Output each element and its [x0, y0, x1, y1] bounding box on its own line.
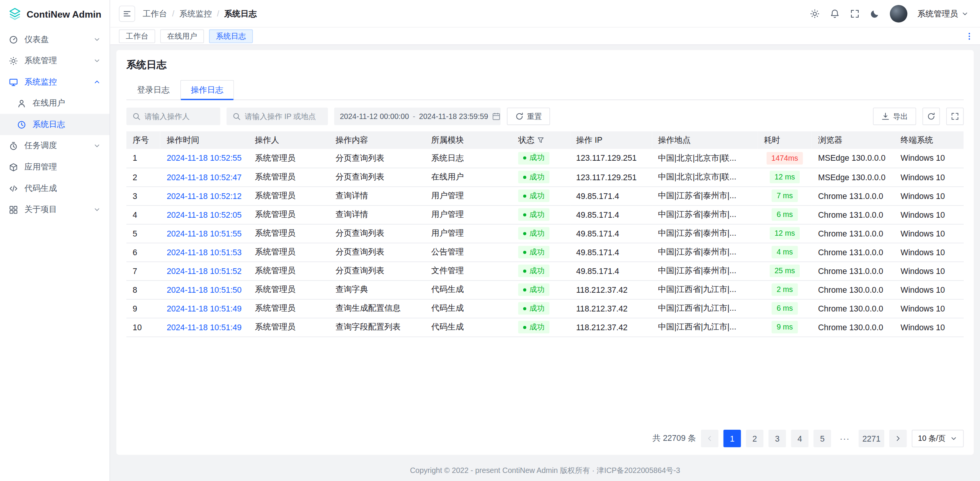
tab-system-log[interactable]: 系统日志 — [209, 29, 253, 43]
sidebar-item-code-generation[interactable]: 代码生成 — [0, 178, 109, 199]
cell-status: 成功 — [512, 299, 570, 318]
cell-module: 系统日志 — [425, 149, 512, 168]
log-time-link[interactable]: 2024-11-18 10:51:49 — [167, 323, 242, 332]
date-separator: - — [413, 112, 415, 121]
cell-duration: 4 ms — [758, 243, 812, 261]
page-button-4[interactable]: 4 — [791, 430, 808, 447]
log-time-link[interactable]: 2024-11-18 10:51:55 — [167, 228, 242, 238]
refresh-table-button[interactable] — [923, 108, 940, 125]
log-time-link[interactable]: 2024-11-18 10:51:53 — [167, 248, 242, 257]
settings-icon[interactable] — [810, 8, 820, 18]
cell-time: 2024-11-18 10:52:47 — [160, 168, 248, 186]
page-button-2[interactable]: 2 — [746, 430, 764, 447]
table-row: 6 2024-11-18 10:51:53 系统管理员 分页查询列表 公告管理 … — [126, 243, 964, 261]
cell-time: 2024-11-18 10:51:49 — [160, 318, 248, 336]
avatar[interactable] — [890, 5, 908, 22]
log-time-link[interactable]: 2024-11-18 10:52:55 — [167, 153, 242, 163]
tab-login-log[interactable]: 登录日志 — [126, 80, 180, 100]
ip-search-input[interactable] — [245, 112, 322, 121]
chevron-down-icon — [93, 36, 101, 43]
next-page-button[interactable] — [889, 430, 907, 447]
sidebar-item-app-management[interactable]: 应用管理 — [0, 157, 109, 178]
cell-time: 2024-11-18 10:52:05 — [160, 205, 248, 224]
cell-location: 中国|江苏省|泰州市|... — [652, 261, 758, 280]
tab-actions-icon[interactable] — [965, 32, 974, 41]
breadcrumb: 工作台 / 系统监控 / 系统日志 — [143, 8, 257, 19]
sidebar-item-online-users[interactable]: 在线用户 — [0, 93, 109, 114]
cell-browser: Chrome 131.0.0.0 — [812, 224, 895, 243]
user-menu[interactable]: 系统管理员 — [917, 8, 969, 19]
cell-content: 分页查询列表 — [329, 149, 425, 168]
cell-index: 10 — [126, 318, 160, 336]
breadcrumb-separator: / — [172, 9, 175, 18]
log-time-link[interactable]: 2024-11-18 10:52:12 — [167, 191, 242, 201]
sidebar-item-system-log[interactable]: 系统日志 — [0, 114, 109, 135]
cell-ip: 49.85.171.4 — [570, 186, 652, 205]
sidebar-collapse-button[interactable] — [119, 5, 136, 22]
calendar-icon — [492, 112, 501, 121]
cell-os: Windows 10 — [894, 149, 964, 168]
sidebar-item-system-management[interactable]: 系统管理 — [0, 50, 109, 72]
cell-status: 成功 — [512, 261, 570, 280]
sidebar-item-dashboard[interactable]: 仪表盘 — [0, 29, 109, 50]
status-dot-icon — [523, 176, 526, 179]
fullscreen-icon[interactable] — [850, 8, 860, 18]
tab-online-users[interactable]: 在线用户 — [160, 29, 204, 43]
log-time-link[interactable]: 2024-11-18 10:51:49 — [167, 304, 242, 313]
status-dot-icon — [523, 307, 526, 310]
app-logo[interactable]: ContiNew Admin — [0, 0, 109, 28]
sidebar-item-about[interactable]: 关于项目 — [0, 199, 109, 220]
breadcrumb-item[interactable]: 系统监控 — [180, 8, 212, 19]
date-range-picker[interactable]: 2024-11-12 00:00:00 - 2024-11-18 23:59:5… — [334, 108, 501, 125]
col-header-browser: 浏览器 — [812, 131, 895, 149]
download-icon — [881, 112, 890, 121]
sidebar-item-system-monitor[interactable]: 系统监控 — [0, 71, 109, 93]
cell-os: Windows 10 — [894, 318, 964, 336]
copyright-text: Copyright © 2022 - present ContiNew Admi… — [410, 465, 680, 476]
cell-content: 查询生成配置信息 — [329, 299, 425, 318]
log-time-link[interactable]: 2024-11-18 10:51:50 — [167, 285, 242, 295]
cell-operator: 系统管理员 — [248, 224, 329, 243]
code-icon — [9, 184, 18, 193]
user-icon — [17, 98, 26, 108]
tab-operation-log[interactable]: 操作日志 — [180, 80, 234, 100]
log-time-link[interactable]: 2024-11-18 10:52:05 — [167, 210, 242, 219]
page-button-2271[interactable]: 2271 — [859, 430, 884, 447]
cell-index: 4 — [126, 205, 160, 224]
duration-badge: 12 ms — [769, 227, 800, 240]
filter-icon[interactable] — [537, 136, 545, 144]
cell-location: 中国|北京|北京市|联... — [652, 168, 758, 186]
col-header-content: 操作内容 — [329, 131, 425, 149]
export-button[interactable]: 导出 — [873, 108, 916, 125]
page-button-3[interactable]: 3 — [769, 430, 786, 447]
page-size-select[interactable]: 10 条/页 — [912, 430, 964, 447]
cell-ip: 49.85.171.4 — [570, 243, 652, 261]
cell-browser: Chrome 131.0.0.0 — [812, 186, 895, 205]
cell-location: 中国|江西省|九江市|... — [652, 299, 758, 318]
page-button-5[interactable]: 5 — [813, 430, 831, 447]
cell-duration: 25 ms — [758, 261, 812, 280]
sidebar-item-task-scheduler[interactable]: 任务调度 — [0, 135, 109, 157]
cell-operator: 系统管理员 — [248, 299, 329, 318]
cell-location: 中国|江西省|九江市|... — [652, 280, 758, 299]
topbar: 工作台 / 系统监控 / 系统日志 系统管理员 — [110, 0, 980, 28]
log-time-link[interactable]: 2024-11-18 10:52:47 — [167, 172, 242, 182]
moon-icon[interactable] — [870, 8, 880, 18]
cell-module: 用户管理 — [425, 224, 512, 243]
operator-search-input[interactable] — [145, 112, 215, 121]
prev-page-button[interactable] — [701, 430, 719, 447]
cell-status: 成功 — [512, 168, 570, 186]
breadcrumb-item[interactable]: 工作台 — [143, 8, 167, 19]
status-dot-icon — [523, 269, 526, 272]
page-button-1[interactable]: 1 — [724, 430, 741, 447]
log-time-link[interactable]: 2024-11-18 10:51:52 — [167, 266, 242, 276]
table-row: 9 2024-11-18 10:51:49 系统管理员 查询生成配置信息 代码生… — [126, 299, 964, 318]
bell-icon[interactable] — [830, 8, 840, 18]
cell-module: 用户管理 — [425, 186, 512, 205]
chevron-down-icon — [950, 435, 957, 442]
reset-button[interactable]: 重置 — [507, 108, 550, 125]
tab-workbench[interactable]: 工作台 — [119, 29, 155, 43]
page-ellipsis[interactable]: ··· — [836, 430, 854, 447]
cell-module: 代码生成 — [425, 299, 512, 318]
table-fullscreen-button[interactable] — [946, 108, 964, 125]
